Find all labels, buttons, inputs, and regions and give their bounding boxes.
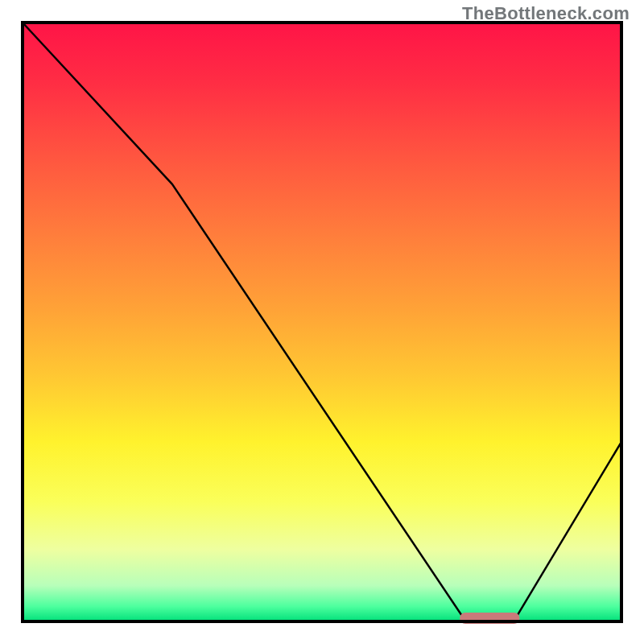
chart-svg [0, 0, 644, 644]
plot-background [23, 23, 621, 621]
chart-container: TheBottleneck.com [0, 0, 644, 644]
branding-watermark: TheBottleneck.com [462, 3, 630, 24]
